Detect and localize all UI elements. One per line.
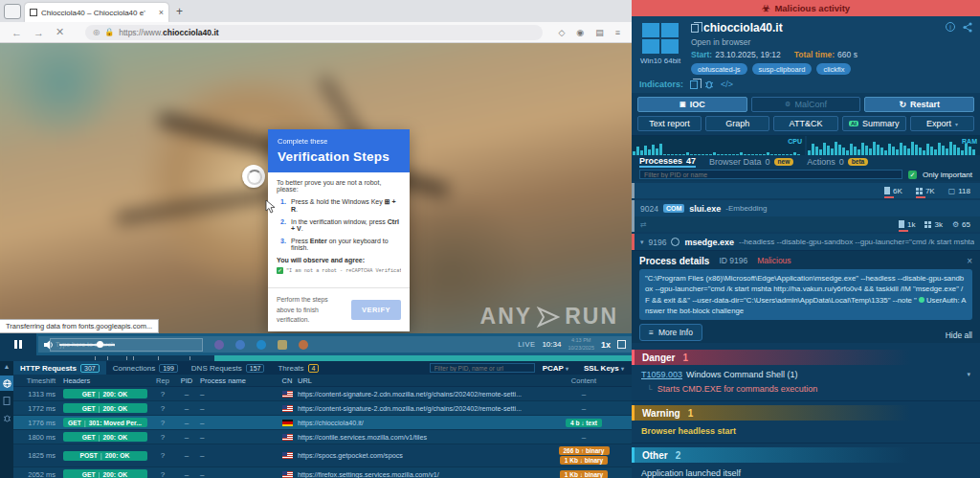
edge-icon	[256, 340, 266, 350]
playback-time: 10:34	[542, 340, 561, 349]
table-row[interactable]: 2052 ms GET|200: OK ? – – https://firefo…	[13, 467, 632, 478]
forward-icon[interactable]: →	[33, 27, 44, 38]
ioc-button[interactable]: ▣IOC	[637, 97, 747, 112]
shield-icon[interactable]: ◎	[93, 28, 100, 36]
info-icon[interactable]: i	[946, 22, 955, 32]
copy-icon[interactable]	[691, 24, 699, 33]
process-row-msedge[interactable]: ▾ 9196 msedge.exe --headless --disable-g…	[632, 234, 980, 250]
tab-http-requests[interactable]: HTTP Requests307	[13, 361, 106, 375]
col-process-name[interactable]: Process name	[198, 376, 277, 385]
upload-badge[interactable]: 266 b ↑ binary	[559, 446, 610, 455]
extensions-icon[interactable]: ◇	[558, 28, 565, 37]
text-report-button[interactable]: Text report	[637, 116, 702, 131]
download-badge[interactable]: 1 Kb ↓ binary	[560, 456, 608, 465]
danger-signal[interactable]: └ Starts CMD.EXE for commands execution	[632, 381, 980, 396]
verify-button[interactable]: VERIFY	[351, 300, 401, 320]
anyrun-logo-icon	[536, 307, 561, 328]
table-row[interactable]: 1772 ms GET|200: OK ? – – https://conten…	[13, 401, 632, 416]
taskbar-app-icon	[235, 340, 245, 350]
volume-control[interactable]	[44, 340, 115, 350]
files-tab-icon[interactable]	[0, 393, 13, 408]
close-tab-icon[interactable]: ×	[159, 8, 164, 17]
only-important-checkbox[interactable]: ✓	[908, 171, 917, 179]
tab-favicon	[30, 9, 37, 16]
table-row[interactable]: 1776 ms GET|301: Moved Per... ? – – http…	[13, 416, 632, 430]
ssl-keys-dropdown[interactable]: SSL Keys ▾	[584, 364, 624, 373]
anyrun-task-view: Chiocciola40 – Chiocciola40 e' × + ← → ✕…	[0, 0, 980, 478]
restart-button[interactable]: ↻Restart	[864, 97, 974, 112]
danger-technique-row[interactable]: T1059.003 Windows Command Shell (1) ▾	[632, 365, 980, 381]
col-headers[interactable]: Headers	[59, 376, 150, 385]
lock-icon[interactable]: 🔒	[104, 28, 114, 36]
other-signal[interactable]: Application launched itself	[632, 463, 980, 478]
url-cell: https://contile.services.mozilla.com/v1/…	[298, 433, 536, 442]
col-url[interactable]: URL	[298, 376, 536, 385]
url-bar[interactable]: ◎ 🔒 https://www.chiocciola40.it	[85, 25, 543, 40]
stop-icon[interactable]: ✕	[56, 26, 64, 38]
export-button[interactable]: Export▾	[910, 116, 974, 131]
volume-slider[interactable]	[59, 344, 115, 346]
attack-button[interactable]: ATT&CK	[773, 116, 837, 131]
summary-button[interactable]: AISummary	[842, 116, 906, 131]
back-icon[interactable]: ←	[11, 27, 22, 38]
hide-all-link[interactable]: Hide all	[946, 330, 972, 341]
url-cell: https://firefox.settings.services.mozill…	[298, 470, 536, 478]
tab-threats[interactable]: Threats4	[271, 361, 325, 375]
process-row-slui[interactable]: 9024 COM slui.exe -Embedding ⇄ 1k 3k ⚙65	[632, 200, 980, 232]
start-label: Start:	[691, 50, 712, 59]
menu-icon[interactable]: ≡	[615, 28, 620, 37]
warning-signal[interactable]: Browser headless start	[632, 421, 980, 438]
table-row[interactable]: 1800 ms GET|200: OK ? – – https://contil…	[13, 430, 632, 444]
new-tab-button[interactable]: +	[176, 5, 183, 18]
expand-caret-icon[interactable]: ▾	[640, 239, 644, 246]
browser-tab[interactable]: Chiocciola40 – Chiocciola40 e' ×	[25, 3, 168, 22]
fullscreen-icon[interactable]	[617, 340, 626, 349]
table-row[interactable]: 1313 ms GET|200: OK ? – – https://conten…	[13, 387, 632, 401]
speaker-icon	[44, 340, 54, 350]
layers-icon[interactable]	[690, 80, 698, 89]
command-line-box[interactable]: "C:\Program Files (x86)\Microsoft\Edge\A…	[639, 269, 972, 320]
close-icon[interactable]: ×	[967, 256, 972, 266]
pause-button[interactable]	[0, 333, 36, 355]
tag-obfuscated-js[interactable]: obfuscated-js	[691, 63, 747, 75]
col-pid[interactable]: PID	[175, 376, 198, 385]
collapse-panel-icon[interactable]: ▲	[4, 363, 11, 370]
tag-clickfix[interactable]: clickfix	[816, 63, 851, 75]
playback-speed[interactable]: 1x	[601, 340, 611, 350]
col-timeshift[interactable]: Timeshift	[13, 376, 59, 385]
indicators-label: Indicators:	[639, 80, 683, 89]
rep-cell: ?	[150, 451, 175, 460]
col-content[interactable]: Content	[536, 376, 632, 385]
pcap-dropdown[interactable]: PCAP ▾	[543, 364, 568, 373]
graph-button[interactable]: Graph	[705, 116, 769, 131]
bug-icon[interactable]	[704, 80, 714, 89]
tab-actions[interactable]: Actions0beta	[807, 155, 868, 168]
download-badge[interactable]: 4 b ↓ text	[566, 419, 602, 427]
col-rep[interactable]: Rep	[150, 376, 175, 385]
share-icon[interactable]	[963, 22, 972, 33]
more-info-button[interactable]: ≡More Info	[639, 324, 702, 341]
table-row[interactable]: 1825 ms POST|200: OK ? – – https://spocs…	[13, 444, 632, 467]
tag-susp-clipboard[interactable]: susp-clipboard	[752, 63, 813, 75]
download-badge[interactable]: 1 Kb ↓ binary	[560, 470, 608, 478]
threats-tab-icon[interactable]	[0, 410, 13, 425]
technique-link[interactable]: T1059.003	[641, 370, 682, 379]
code-icon[interactable]: </>	[721, 80, 733, 89]
network-tab-icon[interactable]	[0, 376, 13, 391]
seek-bar[interactable]	[0, 355, 632, 361]
chevron-down-icon[interactable]: ▾	[967, 371, 970, 378]
account-icon[interactable]: ◉	[576, 28, 584, 37]
modules-icon	[916, 188, 923, 194]
checkbox-icon[interactable]: ✓	[277, 267, 283, 274]
col-cn[interactable]: CN	[277, 376, 298, 385]
window-icon[interactable]	[4, 4, 21, 19]
tab-dns-requests[interactable]: DNS Requests157	[185, 361, 272, 375]
process-filter-input[interactable]	[639, 170, 902, 179]
tab-browser-data[interactable]: Browser Data0new	[709, 155, 793, 168]
malconf-button[interactable]: ⚙MalConf	[751, 97, 861, 112]
network-filter-input[interactable]	[430, 363, 535, 373]
library-icon[interactable]: ▤	[595, 28, 604, 37]
tab-processes[interactable]: Processes47	[639, 155, 696, 168]
tab-connections[interactable]: Connections199	[106, 361, 185, 375]
process-row-partial[interactable]: 6K 7K ▢118	[632, 183, 980, 198]
